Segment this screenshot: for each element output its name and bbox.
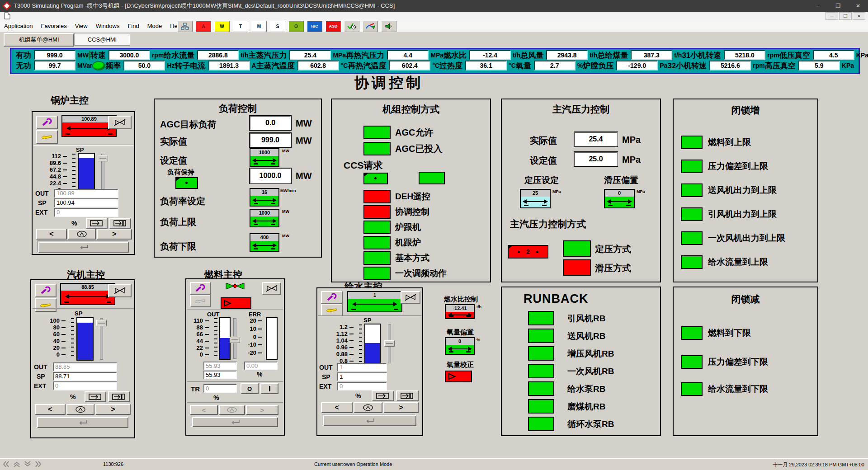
ic-button[interactable]: I&C: [307, 21, 322, 32]
sp-slider-track[interactable]: [101, 154, 104, 194]
confirm-button[interactable]: [192, 417, 278, 427]
remove-button[interactable]: [108, 284, 132, 297]
tune-button[interactable]: [35, 284, 57, 297]
confirm-button[interactable]: [323, 415, 416, 426]
tag-o-button[interactable]: O: [288, 21, 304, 32]
topology-button[interactable]: [177, 21, 193, 32]
manual-button-disabled[interactable]: [190, 295, 211, 307]
increase-button-disabled[interactable]: >: [246, 405, 278, 415]
auto-manual-button[interactable]: [66, 404, 94, 415]
ext-field[interactable]: 0: [54, 208, 118, 217]
off-button[interactable]: O: [241, 383, 259, 394]
go-to-limit-button[interactable]: [109, 218, 131, 229]
tr-field[interactable]: 0: [203, 384, 237, 393]
asd-button[interactable]: ASD: [326, 21, 341, 32]
upper-limit-slider[interactable]: 1000 MW: [250, 209, 291, 228]
out-slider-track[interactable]: [233, 318, 236, 359]
remove-button[interactable]: [401, 291, 420, 304]
remove-button[interactable]: [108, 116, 132, 129]
menu-mode[interactable]: Mode: [143, 23, 166, 29]
feedwater-output-tape[interactable]: 1: [347, 291, 404, 314]
on-button[interactable]: [260, 383, 278, 394]
nav-down-button[interactable]: [23, 460, 33, 469]
decrease-button[interactable]: <: [36, 229, 67, 240]
o2-bias-slider[interactable]: 0 %: [445, 337, 485, 355]
load-rate-slider[interactable]: 16 MW/min: [250, 188, 291, 207]
out-field[interactable]: 88.85: [53, 362, 117, 371]
sp-slider-track[interactable]: [388, 324, 391, 363]
nav-forward-button[interactable]: [33, 460, 43, 469]
minimize-button[interactable]: ─: [808, 0, 828, 12]
audio-button[interactable]: [381, 21, 396, 32]
step-output-button[interactable]: [85, 391, 106, 402]
manual-button[interactable]: [35, 298, 57, 312]
sp-field[interactable]: 100.94: [54, 198, 118, 207]
out-field[interactable]: 1: [337, 363, 387, 371]
acknowledge-button[interactable]: [344, 21, 359, 32]
auto-manual-button[interactable]: [68, 229, 96, 240]
menu-view[interactable]: View: [71, 23, 92, 29]
water-fuel-ratio-slider[interactable]: -12.41 t/h: [445, 304, 485, 320]
ext-field[interactable]: 0: [337, 382, 387, 390]
load-hold-button[interactable]: [175, 177, 198, 189]
sliding-bias-slider[interactable]: 0 MPa: [604, 189, 646, 209]
auto-manual-button[interactable]: [354, 402, 382, 413]
close-button[interactable]: ✕: [848, 0, 868, 12]
tune-button[interactable]: [36, 116, 58, 129]
confirm-button[interactable]: [38, 242, 129, 253]
lower-limit-slider[interactable]: 400 MW: [250, 233, 291, 252]
nav-back-button[interactable]: [1, 460, 11, 469]
out-value-field[interactable]: 55.93: [203, 362, 237, 370]
manual-button[interactable]: [36, 130, 58, 144]
sp-field[interactable]: 1: [337, 372, 387, 381]
menu-windows[interactable]: Windows: [92, 23, 124, 29]
step-output-button[interactable]: [372, 390, 394, 401]
tab-ccs-hmi[interactable]: CCS@HMI: [74, 33, 130, 46]
alarm-w-button[interactable]: W: [214, 21, 230, 32]
step-output-button[interactable]: [86, 218, 108, 229]
sp-slider-handle[interactable]: [98, 155, 108, 161]
sp-value-field[interactable]: 55.93: [203, 371, 237, 379]
child-close-button[interactable]: ✕: [853, 12, 865, 20]
go-to-limit-button[interactable]: [108, 391, 130, 402]
load-setpoint-slider[interactable]: 1000 MW: [250, 148, 291, 167]
nav-up-button[interactable]: [12, 460, 22, 469]
tune-button[interactable]: [321, 291, 343, 304]
confirm-button[interactable]: [37, 417, 128, 428]
ccs-request-button[interactable]: [363, 173, 388, 184]
increase-button[interactable]: >: [97, 229, 132, 240]
sp-slider-handle[interactable]: [96, 320, 107, 326]
auto-manual-button-disabled[interactable]: [219, 405, 245, 415]
remove-button[interactable]: [262, 282, 281, 295]
tag-t-button[interactable]: T: [233, 21, 248, 32]
tune-button[interactable]: [190, 282, 211, 295]
sp-slider-track[interactable]: [100, 318, 103, 360]
ext-field[interactable]: 0: [53, 381, 117, 390]
decrease-button[interactable]: <: [321, 402, 353, 413]
pressure-mode-selector-button[interactable]: 2: [508, 245, 548, 258]
child-minimize-button[interactable]: ─: [826, 12, 838, 20]
trend-button[interactable]: [363, 21, 378, 32]
fixed-pressure-slider[interactable]: 25 MPa: [520, 189, 561, 209]
menu-find[interactable]: Find: [123, 23, 143, 29]
manual-button[interactable]: [321, 304, 343, 316]
increase-button[interactable]: >: [383, 402, 419, 413]
menu-application[interactable]: Application: [0, 23, 37, 29]
maximize-button[interactable]: ❐: [828, 0, 848, 12]
increase-button[interactable]: >: [95, 404, 131, 415]
go-to-limit-button[interactable]: [396, 390, 419, 401]
tag-s-button[interactable]: S: [270, 21, 285, 32]
tab-unit-menu[interactable]: 机组菜单@HMI: [4, 33, 74, 47]
out-slider-handle[interactable]: [230, 337, 240, 343]
menu-favoraies[interactable]: Favoraies: [37, 23, 71, 29]
alarm-a-button[interactable]: A: [196, 21, 211, 32]
tag-m-button[interactable]: M: [251, 21, 267, 32]
err-value-field[interactable]: 0.00: [244, 362, 278, 370]
child-restore-button[interactable]: ❐: [839, 12, 852, 20]
out-field[interactable]: 100.89: [54, 189, 118, 198]
sp-field[interactable]: 88.71: [53, 372, 117, 381]
decrease-button[interactable]: <: [35, 404, 66, 415]
banner-field: 频率50.0Hz: [105, 61, 175, 71]
sp-slider-handle[interactable]: [384, 340, 395, 347]
decrease-button-disabled[interactable]: <: [190, 405, 218, 415]
